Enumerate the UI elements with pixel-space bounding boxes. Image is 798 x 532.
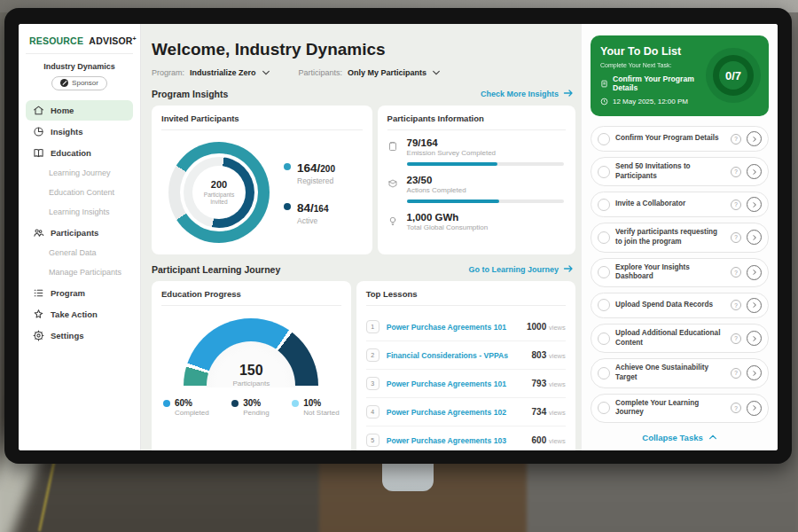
chevron-right-icon <box>751 269 758 276</box>
info-icon[interactable]: ? <box>731 403 741 413</box>
info-rows: 79/164Emission Survey Completed23/50Acti… <box>387 137 566 237</box>
info-row: 1,000 GWhTotal Global Consumption <box>387 212 566 237</box>
chevron-down-icon <box>432 68 441 77</box>
task-item[interactable]: Invite a Collaborator? <box>591 192 769 217</box>
task-item[interactable]: Upload Additional Educational Content? <box>591 324 769 353</box>
sidebar-item-manage-participants[interactable]: Manage Participants <box>26 263 133 282</box>
lesson-link[interactable]: Power Purchase Agreements 102 <box>387 408 525 417</box>
task-checkbox[interactable] <box>598 332 610 345</box>
program-insights-title: Program Insights <box>152 89 228 99</box>
task-item[interactable]: Upload Spend Data Records? <box>591 293 769 318</box>
legend-label: Completed <box>175 409 209 417</box>
sidebar-item-education[interactable]: Education <box>26 143 133 163</box>
info-icon[interactable]: ? <box>731 167 741 177</box>
sidebar-item-general-data[interactable]: General Data <box>26 244 133 262</box>
task-open-button[interactable] <box>747 401 762 416</box>
task-checkbox[interactable] <box>598 402 610 414</box>
sidebar-item-learning-insights[interactable]: Learning Insights <box>26 203 133 222</box>
filter-dropdown-participants[interactable]: Participants:Only My Participants <box>299 68 442 77</box>
task-open-button[interactable] <box>747 230 762 245</box>
filter-dropdown-program[interactable]: Program:Industrialize Zero <box>152 68 270 77</box>
task-open-button[interactable] <box>747 298 762 313</box>
task-checkbox[interactable] <box>598 133 610 145</box>
sidebar-item-home[interactable]: Home <box>26 100 133 121</box>
task-checkbox[interactable] <box>598 367 610 379</box>
legend-dot <box>292 400 299 407</box>
task-checkbox[interactable] <box>598 299 610 311</box>
sidebar-item-education-content[interactable]: Education Content <box>26 184 133 202</box>
lesson-rank: 3 <box>366 377 379 390</box>
task-checkbox[interactable] <box>598 166 610 178</box>
sidebar-item-label: Insights <box>51 127 82 137</box>
info-icon[interactable]: ? <box>731 300 741 310</box>
info-row: 79/164Emission Survey Completed <box>387 137 566 166</box>
main-content: Welcome, Industry Dynamics Program:Indus… <box>141 24 581 450</box>
go-to-learning-journey-link[interactable]: Go to Learning Journey <box>468 264 574 275</box>
sidebar-item-participants[interactable]: Participants <box>26 223 133 243</box>
task-item[interactable]: Verify participants requesting to join t… <box>591 223 769 252</box>
chevron-up-icon <box>708 433 717 442</box>
task-label: Send 50 Invitations to Participants <box>615 162 725 181</box>
task-item[interactable]: Explore Your Insights Dashboard? <box>591 258 769 287</box>
task-checkbox[interactable] <box>598 199 610 211</box>
lesson-link[interactable]: Power Purchase Agreements 101 <box>387 323 520 332</box>
info-label: Emission Survey Completed <box>407 149 566 157</box>
logo-primary: RESOURCE <box>29 35 83 46</box>
sidebar: RESOURCE ADVISOR+ Industry Dynamics Spon… <box>19 24 141 450</box>
task-item[interactable]: Complete Your Learning Journey? <box>591 394 769 423</box>
task-item[interactable]: Confirm Your Program Details? <box>591 126 769 152</box>
sidebar-item-settings[interactable]: Settings <box>26 325 133 346</box>
task-item[interactable]: Send 50 Invitations to Participants? <box>591 157 769 186</box>
lesson-link[interactable]: Power Purchase Agreements 103 <box>387 436 525 445</box>
info-icon[interactable]: ? <box>731 333 741 344</box>
check-more-insights-link[interactable]: Check More Insights <box>481 89 574 99</box>
sidebar-item-label: Settings <box>51 331 83 340</box>
gauge-legend: 60%Completed30%Pending10%Not Started <box>161 398 341 417</box>
sidebar-item-label: Education Content <box>49 188 114 197</box>
todo-progress-ring: 0/7 <box>706 48 761 103</box>
info-icon[interactable]: ? <box>731 267 741 278</box>
lesson-link[interactable]: Power Purchase Agreements 101 <box>387 379 525 388</box>
info-icon[interactable]: ? <box>731 232 741 243</box>
legend-label: Not Started <box>303 409 339 417</box>
info-icon[interactable]: ? <box>731 134 741 145</box>
task-checkbox[interactable] <box>598 266 610 278</box>
lesson-link[interactable]: Financial Considerations - VPPAs <box>387 351 525 360</box>
learning-journey-title: Participant Learning Journey <box>152 264 280 275</box>
legend-dot <box>284 203 291 210</box>
sidebar-item-program[interactable]: Program <box>26 283 133 303</box>
lesson-row: 1Power Purchase Agreements 1011000 views <box>366 313 566 341</box>
donut-center-value: 200 <box>211 179 227 190</box>
lesson-row: 5Power Purchase Agreements 103600 views <box>366 426 566 450</box>
task-label: Complete Your Learning Journey <box>615 399 725 418</box>
lesson-row: 2Financial Considerations - VPPAs803 vie… <box>366 341 566 370</box>
lesson-views: 803 views <box>532 350 566 360</box>
sidebar-item-label: Home <box>51 106 74 115</box>
sidebar-item-label: Participants <box>51 228 98 238</box>
info-icon[interactable]: ? <box>731 368 741 379</box>
participants-information-card: Participants Information 79/164Emission … <box>378 106 575 254</box>
task-open-button[interactable] <box>747 265 762 280</box>
info-icon[interactable]: ? <box>731 200 741 210</box>
insights-icon <box>33 126 44 137</box>
task-checkbox[interactable] <box>598 231 610 244</box>
sidebar-item-take-action[interactable]: Take Action <box>26 304 133 325</box>
chevron-right-icon <box>751 168 758 176</box>
task-open-button[interactable] <box>747 331 762 346</box>
task-open-button[interactable] <box>747 164 762 179</box>
monitor-bezel: RESOURCE ADVISOR+ Industry Dynamics Spon… <box>4 8 792 464</box>
gauge-legend-item: 30%Pending <box>231 398 269 417</box>
chevron-right-icon <box>751 301 758 309</box>
task-item[interactable]: Achieve One Sustainability Target? <box>591 358 769 387</box>
collapse-tasks-link[interactable]: Collapse Tasks <box>591 433 769 442</box>
invited-donut-chart: 200 Participants Invited <box>168 142 270 243</box>
task-open-button[interactable] <box>747 365 762 380</box>
task-open-button[interactable] <box>747 197 762 212</box>
organization-name: Industry Dynamics <box>26 62 133 71</box>
sidebar-item-label: Learning Journey <box>49 168 111 177</box>
task-open-button[interactable] <box>747 131 762 146</box>
sidebar-item-learning-journey[interactable]: Learning Journey <box>26 164 133 183</box>
sidebar-item-insights[interactable]: Insights <box>26 121 133 142</box>
info-value: 79/164 <box>407 137 566 148</box>
todo-panel: Your To Do List Complete Your Next Task:… <box>581 24 778 450</box>
